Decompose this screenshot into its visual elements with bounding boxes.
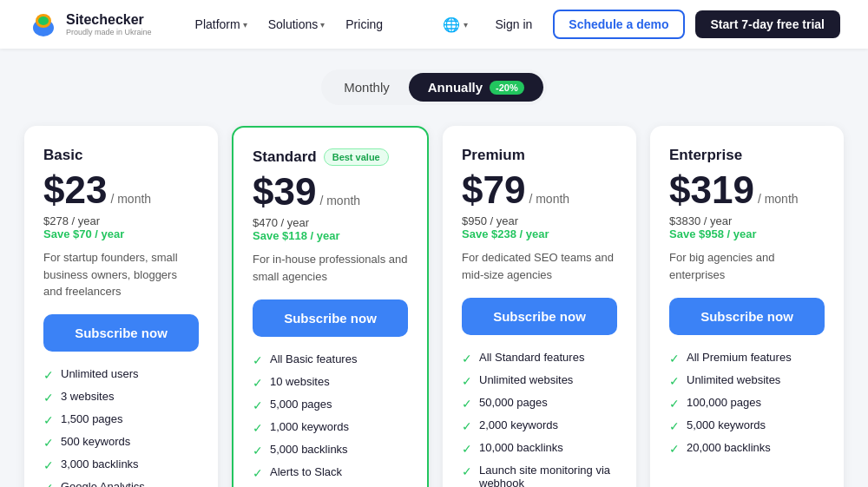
plan-description: For in-house professionals and small age…: [253, 251, 408, 286]
header-right: 🌐 ▾ Sign in Schedule a demo Start 7-day …: [436, 10, 840, 39]
plan-description: For big agencies and enterprises: [669, 249, 825, 284]
feature-item: ✓ 5,000 keywords: [669, 418, 825, 433]
subscribe-button[interactable]: Subscribe now: [253, 299, 408, 337]
chevron-down-icon: ▾: [464, 20, 468, 30]
price-amount: $23: [43, 171, 107, 209]
feature-item: ✓ 100,000 pages: [669, 396, 825, 411]
logo-sub: Proudly made in Ukraine: [66, 28, 152, 36]
features-list: ✓ All Basic features ✓ 10 websites ✓ 5,0…: [253, 352, 408, 487]
price-amount: $39: [253, 173, 316, 211]
feature-item: ✓ 1,500 pages: [43, 412, 199, 427]
feature-item: ✓ All Premium features: [669, 351, 825, 365]
check-icon: ✓: [253, 353, 263, 367]
sign-in-link[interactable]: Sign in: [485, 12, 543, 36]
check-icon: ✓: [253, 466, 263, 480]
check-icon: ✓: [462, 374, 472, 388]
yearly-price: $470 / year: [253, 216, 408, 229]
price-period: / month: [319, 194, 360, 207]
feature-item: ✓ All Basic features: [253, 352, 408, 367]
yearly-price: $950 / year: [462, 214, 617, 227]
yearly-save: Save $70 / year: [43, 227, 199, 240]
logo-icon: [28, 9, 59, 40]
nav-solutions[interactable]: Solutions ▾: [260, 12, 334, 36]
svg-point-2: [38, 16, 49, 25]
discount-badge: -20%: [490, 81, 524, 95]
plan-price: $319 / month: [669, 171, 825, 209]
logo[interactable]: Sitechecker Proudly made in Ukraine: [28, 9, 152, 40]
feature-item: ✓ 500 keywords: [43, 435, 199, 450]
plan-card-enterprise: Enterprise $319 / month $3830 / year Sav…: [650, 126, 844, 487]
check-icon: ✓: [669, 442, 680, 456]
feature-item: ✓ 3,000 backlinks: [43, 457, 199, 472]
plan-price: $39 / month: [253, 173, 408, 211]
feature-item: ✓ 5,000 backlinks: [253, 443, 408, 457]
subscribe-button[interactable]: Subscribe now: [43, 314, 199, 352]
plan-name: Basic: [43, 147, 82, 164]
check-icon: ✓: [669, 419, 680, 433]
plan-name: Enterprise: [669, 147, 742, 164]
check-icon: ✓: [462, 352, 472, 365]
check-icon: ✓: [43, 413, 54, 427]
plan-name: Premium: [462, 147, 525, 164]
feature-item: ✓ 20,000 backlinks: [669, 441, 825, 456]
check-icon: ✓: [253, 398, 263, 412]
feature-item: ✓ Google Analytics integration: [43, 480, 199, 488]
plan-header: Standard Best value: [253, 148, 408, 166]
chevron-down-icon: ▾: [243, 20, 247, 30]
plan-price: $79 / month: [462, 171, 617, 209]
check-icon: ✓: [669, 352, 680, 365]
feature-item: ✓ Unlimited users: [43, 367, 199, 382]
check-icon: ✓: [43, 391, 54, 405]
feature-item: ✓ 3 websites: [43, 390, 199, 405]
price-period: / month: [529, 192, 569, 206]
price-period: / month: [110, 192, 151, 206]
schedule-demo-button[interactable]: Schedule a demo: [553, 10, 684, 39]
check-icon: ✓: [43, 436, 54, 450]
plan-header: Basic: [43, 147, 199, 164]
billing-toggle: Monthly Annually -20%: [321, 69, 547, 105]
plan-card-premium: Premium $79 / month $950 / year Save $23…: [443, 126, 636, 487]
check-icon: ✓: [43, 368, 54, 382]
check-icon: ✓: [43, 458, 54, 472]
feature-item: ✓ 2,000 keywords: [462, 418, 617, 433]
plan-description: For startup founders, small business own…: [43, 249, 199, 300]
check-icon: ✓: [43, 481, 54, 488]
feature-item: ✓ 5,000 pages: [253, 398, 408, 412]
check-icon: ✓: [253, 444, 263, 457]
feature-item: ✓ 1,000 keywords: [253, 420, 408, 435]
feature-item: ✓ All Standard features: [462, 351, 617, 365]
subscribe-button[interactable]: Subscribe now: [462, 298, 617, 335]
globe-icon: 🌐: [443, 16, 460, 33]
feature-item: ✓ 10 websites: [253, 375, 408, 390]
yearly-save: Save $118 / year: [253, 229, 408, 242]
feature-item: ✓ Unlimited websites: [669, 373, 825, 388]
language-selector[interactable]: 🌐 ▾: [436, 13, 475, 36]
header: Sitechecker Proudly made in Ukraine Plat…: [0, 0, 868, 49]
yearly-price: $278 / year: [43, 214, 199, 227]
price-period: / month: [758, 192, 799, 206]
nav-platform[interactable]: Platform ▾: [187, 12, 256, 36]
plans-container: Basic $23 / month $278 / year Save $70 /…: [0, 119, 868, 487]
price-amount: $319: [669, 171, 754, 209]
yearly-save: Save $238 / year: [462, 227, 617, 240]
main-nav: Platform ▾ Solutions ▾ Pricing: [187, 12, 436, 36]
plan-header: Enterprise: [669, 147, 825, 164]
features-list: ✓ Unlimited users ✓ 3 websites ✓ 1,500 p…: [43, 367, 199, 488]
price-amount: $79: [462, 171, 525, 209]
feature-item: ✓ 10,000 backlinks: [462, 441, 617, 456]
subscribe-button[interactable]: Subscribe now: [669, 298, 825, 335]
nav-pricing[interactable]: Pricing: [337, 12, 391, 36]
yearly-save: Save $958 / year: [669, 227, 825, 240]
check-icon: ✓: [253, 376, 263, 390]
feature-item: ✓ 50,000 pages: [462, 396, 617, 411]
plan-name: Standard: [253, 148, 317, 166]
best-value-badge: Best value: [324, 148, 389, 166]
check-icon: ✓: [462, 464, 472, 478]
check-icon: ✓: [462, 419, 472, 433]
annually-toggle[interactable]: Annually -20%: [409, 73, 543, 102]
chevron-down-icon: ▾: [320, 20, 325, 30]
billing-toggle-area: Monthly Annually -20%: [0, 49, 868, 119]
plan-card-basic: Basic $23 / month $278 / year Save $70 /…: [24, 126, 218, 487]
monthly-toggle[interactable]: Monthly: [325, 73, 409, 102]
start-trial-button[interactable]: Start 7-day free trial: [695, 10, 841, 38]
